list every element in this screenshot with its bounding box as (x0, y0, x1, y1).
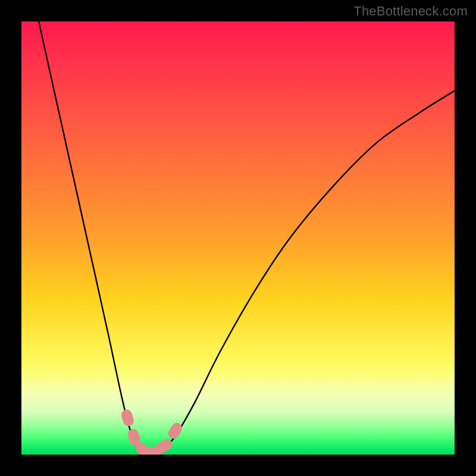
chart-frame: TheBottleneck.com (0, 0, 476, 476)
trough-markers (120, 408, 184, 455)
bottleneck-curve (39, 21, 455, 453)
highlight-6 (166, 421, 184, 440)
curve-layer (21, 21, 455, 455)
plot-area (21, 21, 455, 455)
attribution-text: TheBottleneck.com (353, 4, 468, 19)
highlight-1 (120, 408, 136, 427)
